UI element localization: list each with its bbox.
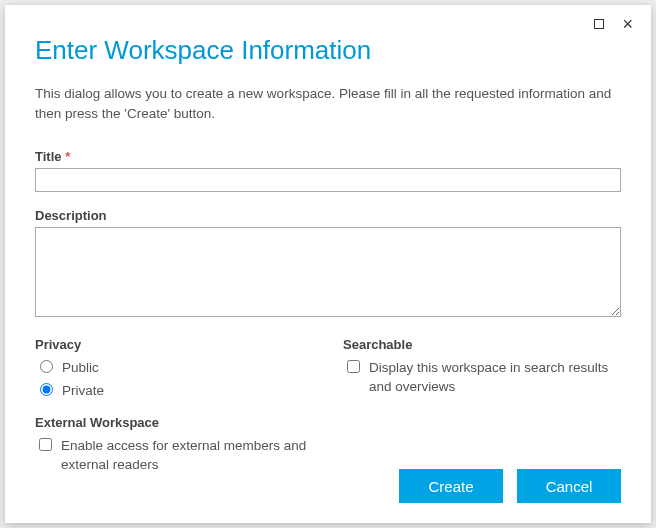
searchable-column: Searchable Display this workspace in sea… [343,337,621,479]
searchable-row[interactable]: Display this workspace in search results… [343,358,621,397]
cancel-button[interactable]: Cancel [517,469,621,503]
external-label: Enable access for external members and e… [61,436,313,475]
dialog-title: Enter Workspace Information [35,35,621,66]
privacy-private-label: Private [62,381,104,401]
maximize-icon[interactable] [594,19,604,29]
privacy-public-row[interactable]: Public [35,358,313,378]
create-button[interactable]: Create [399,469,503,503]
description-input[interactable] [35,227,621,317]
searchable-heading: Searchable [343,337,621,352]
external-row[interactable]: Enable access for external members and e… [35,436,313,475]
title-label: Title * [35,149,621,164]
close-icon[interactable]: × [622,19,633,29]
external-checkbox[interactable] [39,438,52,451]
dialog-subtitle: This dialog allows you to create a new w… [35,84,621,125]
options-grid: Privacy Public Private External Workspac… [35,337,621,479]
privacy-public-label: Public [62,358,99,378]
searchable-label: Display this workspace in search results… [369,358,621,397]
workspace-dialog: × Enter Workspace Information This dialo… [5,5,651,523]
privacy-heading: Privacy [35,337,313,352]
privacy-public-radio[interactable] [40,360,53,373]
button-row: Create Cancel [399,469,621,503]
title-input[interactable] [35,168,621,192]
searchable-checkbox[interactable] [347,360,360,373]
window-controls: × [594,19,633,29]
external-section: External Workspace Enable access for ext… [35,415,313,475]
privacy-private-row[interactable]: Private [35,381,313,401]
title-label-text: Title [35,149,62,164]
privacy-private-radio[interactable] [40,383,53,396]
privacy-column: Privacy Public Private External Workspac… [35,337,313,479]
external-heading: External Workspace [35,415,313,430]
required-asterisk: * [65,149,70,164]
description-label: Description [35,208,621,223]
